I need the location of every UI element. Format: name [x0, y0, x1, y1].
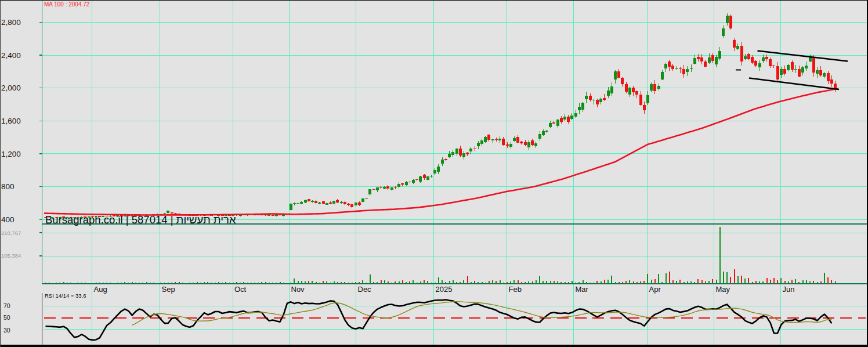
svg-text:May: May	[716, 285, 730, 294]
svg-text:1,600: 1,600	[1, 117, 21, 125]
svg-text:Mar: Mar	[576, 285, 589, 294]
svg-text:210,767: 210,767	[1, 230, 21, 236]
svg-text:MA 100 : 2004.72: MA 100 : 2004.72	[44, 1, 90, 8]
svg-text:30: 30	[3, 327, 10, 334]
svg-text:2,800: 2,800	[1, 18, 21, 27]
svg-text:Feb: Feb	[509, 285, 522, 294]
svg-text:2025: 2025	[436, 285, 453, 294]
svg-text:Oct: Oct	[234, 285, 247, 294]
svg-text:Bursagraph.co.il | 587014 | אר: Bursagraph.co.il | 587014 | ארית תעשיות	[45, 214, 236, 226]
svg-text:70: 70	[3, 302, 10, 309]
svg-text:2,400: 2,400	[1, 51, 21, 60]
svg-text:Aug: Aug	[94, 285, 107, 294]
svg-text:Nov: Nov	[291, 285, 305, 294]
svg-text:2,000: 2,000	[1, 84, 21, 92]
svg-text:1,200: 1,200	[1, 150, 21, 158]
svg-text:400: 400	[1, 215, 15, 224]
svg-text:Jun: Jun	[783, 285, 795, 294]
svg-text:RSI 14/14 = 33.6: RSI 14/14 = 33.6	[45, 292, 86, 299]
svg-text:50: 50	[3, 314, 10, 321]
svg-text:Apr: Apr	[649, 285, 661, 294]
svg-text:800: 800	[1, 182, 15, 191]
svg-text:Dec: Dec	[358, 285, 372, 294]
svg-text:Sep: Sep	[162, 285, 175, 294]
svg-text:105,384: 105,384	[1, 252, 21, 259]
